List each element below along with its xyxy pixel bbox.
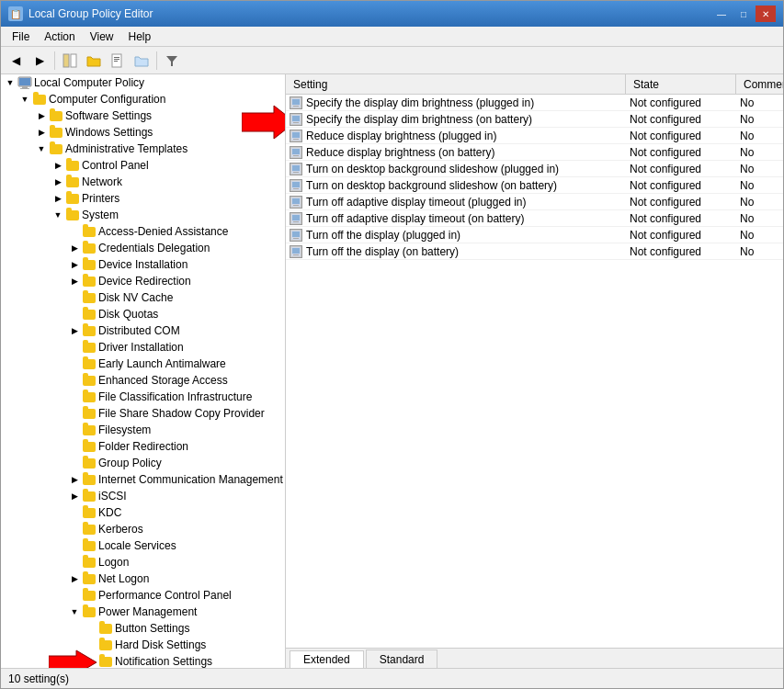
list-header: Setting State Comment bbox=[286, 74, 783, 95]
menu-bar: File Action View Help bbox=[1, 27, 783, 47]
expander-internet-comm[interactable]: ▶ bbox=[67, 472, 82, 487]
properties-button[interactable] bbox=[107, 50, 129, 72]
tab-bar: Extended Standard bbox=[286, 648, 783, 668]
tree-device-install[interactable]: ▶ Device Installation bbox=[1, 256, 285, 273]
tree-folder-redir[interactable]: Folder Redirection bbox=[1, 438, 285, 455]
expander-software-settings[interactable]: ▶ bbox=[34, 108, 49, 123]
folder-icon-device-redir bbox=[82, 274, 97, 288]
tree-disk-quotas[interactable]: Disk Quotas bbox=[1, 306, 285, 322]
minimize-button[interactable]: — bbox=[711, 6, 732, 22]
tree-kerberos[interactable]: Kerberos bbox=[1, 521, 285, 537]
tree-enhanced-storage[interactable]: Enhanced Storage Access bbox=[1, 372, 285, 389]
expander-power-mgmt[interactable]: ▼ bbox=[67, 604, 82, 619]
expander-dist-com[interactable]: ▶ bbox=[67, 323, 82, 338]
expander-computer-config[interactable]: ▼ bbox=[17, 92, 32, 107]
folder-icon-disk-quotas bbox=[82, 307, 97, 322]
expander-admin-templates[interactable]: ▼ bbox=[34, 141, 49, 156]
list-row[interactable]: Turn on desktop background slideshow (pl… bbox=[286, 161, 783, 177]
tree-iscsi[interactable]: ▶ iSCSI bbox=[1, 488, 285, 504]
tree-kdc[interactable]: KDC bbox=[1, 504, 285, 521]
state-cell: Not configured bbox=[626, 96, 736, 109]
tree-dist-com[interactable]: ▶ Distributed COM bbox=[1, 322, 285, 339]
setting-cell: Reduce display brightness (plugged in) bbox=[286, 130, 626, 142]
tree-access-denied[interactable]: Access-Denied Assistance bbox=[1, 223, 285, 240]
expander-printers[interactable]: ▶ bbox=[51, 191, 65, 206]
expander-system[interactable]: ▼ bbox=[51, 208, 65, 222]
tree-device-redir[interactable]: ▶ Device Redirection bbox=[1, 273, 285, 289]
svg-rect-17 bbox=[292, 116, 300, 121]
expander-credentials[interactable]: ▶ bbox=[67, 241, 82, 255]
expander-net-logon[interactable]: ▶ bbox=[67, 571, 82, 586]
tree-power-mgmt[interactable]: ▼ Power Management bbox=[1, 604, 285, 620]
expander-iscsi[interactable]: ▶ bbox=[67, 489, 82, 503]
folder-icon-file-share bbox=[82, 406, 97, 421]
expander-network[interactable]: ▶ bbox=[51, 175, 65, 189]
show-hide-button[interactable] bbox=[59, 50, 81, 72]
maximize-button[interactable]: □ bbox=[733, 6, 754, 22]
forward-button[interactable]: ▶ bbox=[28, 50, 51, 72]
tree-computer-config[interactable]: ▼ Computer Configuration bbox=[1, 91, 285, 107]
expander-control-panel[interactable]: ▶ bbox=[51, 158, 65, 173]
svg-rect-4 bbox=[114, 59, 119, 60]
list-row[interactable]: Turn on desktop background slideshow (on… bbox=[286, 177, 783, 194]
title-bar-left: 📋 Local Group Policy Editor bbox=[8, 6, 153, 21]
list-row[interactable]: Turn off adaptive display timeout (plugg… bbox=[286, 194, 783, 210]
list-row[interactable]: Specify the display dim brightness (on b… bbox=[286, 111, 783, 128]
tree-filesystem[interactable]: Filesystem bbox=[1, 422, 285, 438]
tree-file-class[interactable]: File Classification Infrastructure bbox=[1, 389, 285, 405]
tree-button-settings[interactable]: Button Settings bbox=[1, 620, 285, 637]
list-row[interactable]: Turn off adaptive display timeout (on ba… bbox=[286, 210, 783, 227]
tree-hard-disk[interactable]: Hard Disk Settings bbox=[1, 637, 285, 653]
tree-net-logon[interactable]: ▶ Net Logon bbox=[1, 570, 285, 587]
tree-root[interactable]: ▼ Local Computer Policy bbox=[1, 74, 285, 91]
tree-windows-settings[interactable]: ▶ Windows Settings bbox=[1, 124, 285, 141]
expander-device-install[interactable]: ▶ bbox=[67, 257, 82, 272]
tree-antimalware[interactable]: Early Launch Antimalware bbox=[1, 356, 285, 372]
menu-view[interactable]: View bbox=[83, 28, 121, 45]
tree-access-denied-label: Access-Denied Assistance bbox=[98, 225, 228, 238]
list-row[interactable]: Turn off the display (plugged in)Not con… bbox=[286, 227, 783, 243]
tree-admin-templates[interactable]: ▼ Administrative Templates bbox=[1, 141, 285, 157]
tree-system[interactable]: ▼ System bbox=[1, 207, 285, 223]
svg-rect-3 bbox=[114, 57, 119, 58]
expander-root[interactable]: ▼ bbox=[3, 75, 17, 90]
folder2-button[interactable] bbox=[131, 50, 153, 72]
expander-windows-settings[interactable]: ▶ bbox=[34, 125, 49, 140]
tree-group-policy[interactable]: Group Policy bbox=[1, 455, 285, 471]
list-row[interactable]: Turn off the display (on battery)Not con… bbox=[286, 243, 783, 260]
menu-file[interactable]: File bbox=[5, 28, 37, 45]
list-row[interactable]: Reduce display brightness (on battery)No… bbox=[286, 144, 783, 161]
tree-credentials[interactable]: ▶ Credentials Delegation bbox=[1, 240, 285, 256]
close-button[interactable]: ✕ bbox=[756, 6, 776, 22]
comment-cell: No bbox=[736, 113, 783, 126]
tree-logon[interactable]: Logon bbox=[1, 554, 285, 570]
menu-help[interactable]: Help bbox=[121, 28, 159, 45]
col-comment[interactable]: Comment bbox=[736, 74, 783, 94]
col-state[interactable]: State bbox=[626, 74, 736, 94]
tree-file-share[interactable]: File Share Shadow Copy Provider bbox=[1, 405, 285, 422]
tree-perf-control[interactable]: Performance Control Panel bbox=[1, 587, 285, 604]
tree-network-label: Network bbox=[82, 175, 122, 188]
tree-notification[interactable]: Notification Settings bbox=[1, 653, 285, 668]
tab-extended[interactable]: Extended bbox=[290, 650, 364, 668]
col-comment-label: Comment bbox=[744, 78, 783, 91]
back-button[interactable]: ◀ bbox=[5, 50, 27, 72]
list-body: Specify the display dim brightness (plug… bbox=[286, 95, 783, 648]
tree-disk-nv[interactable]: Disk NV Cache bbox=[1, 289, 285, 306]
menu-action[interactable]: Action bbox=[37, 28, 82, 45]
tree-network[interactable]: ▶ Network bbox=[1, 174, 285, 190]
filter-button[interactable] bbox=[161, 50, 183, 72]
tree-locale[interactable]: Locale Services bbox=[1, 537, 285, 554]
tree-panel[interactable]: ▼ Local Computer Policy ▼ Compute bbox=[1, 74, 286, 668]
list-row[interactable]: Specify the display dim brightness (plug… bbox=[286, 95, 783, 111]
tree-driver-install[interactable]: Driver Installation bbox=[1, 339, 285, 356]
tree-control-panel[interactable]: ▶ Control Panel bbox=[1, 157, 285, 174]
tree-printers[interactable]: ▶ Printers bbox=[1, 190, 285, 207]
tree-software-settings[interactable]: ▶ Software Settings bbox=[1, 107, 285, 124]
folder-button[interactable] bbox=[83, 50, 105, 72]
list-row[interactable]: Reduce display brightness (plugged in)No… bbox=[286, 128, 783, 144]
tree-internet-comm[interactable]: ▶ Internet Communication Management bbox=[1, 471, 285, 488]
col-setting[interactable]: Setting bbox=[286, 74, 626, 94]
tab-standard[interactable]: Standard bbox=[366, 649, 438, 668]
expander-device-redir[interactable]: ▶ bbox=[67, 274, 82, 288]
